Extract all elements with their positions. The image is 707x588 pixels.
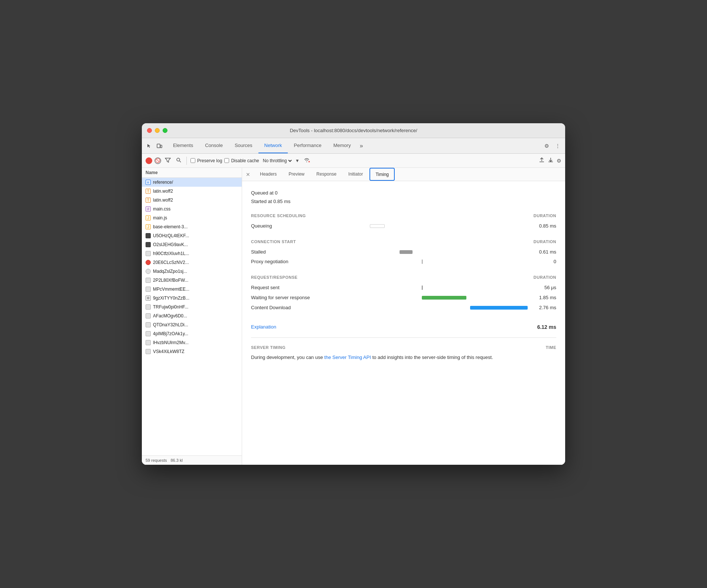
sidebar-item-afa[interactable]: AFacMOgv6D0... xyxy=(142,311,242,320)
sidebar-item-madq[interactable]: MadqZslZpo1sj... xyxy=(142,267,242,276)
devtools-body: Elements Console Sources Network Perform… xyxy=(142,138,565,465)
throttle-dropdown-icon[interactable]: ▼ xyxy=(295,158,300,163)
timing-row-download: Content Download 2.76 ms xyxy=(251,305,556,311)
download-bar-track xyxy=(325,306,527,310)
upload-icon[interactable] xyxy=(539,157,545,164)
close-button[interactable] xyxy=(147,128,152,133)
timing-meta: Queued at 0 Started at 0.85 ms xyxy=(251,189,556,206)
sidebar-item-2p2[interactable]: 2P2L80XfBoFW... xyxy=(142,276,242,285)
settings-file-icon: ⚙ xyxy=(146,295,151,301)
tab-preview[interactable]: Preview xyxy=(283,168,310,181)
proxy-bar-area xyxy=(325,259,527,265)
sidebar-item-9gz[interactable]: ⚙ 9gzXiTYY0nZzB... xyxy=(142,294,242,303)
server-timing-api-link[interactable]: the Server Timing API xyxy=(324,355,371,360)
sidebar-list: ≡ reference/ T latin.woff2 T latin.woff2… xyxy=(142,178,242,455)
tab-memory[interactable]: Memory xyxy=(328,138,357,153)
sidebar-item-qtd[interactable]: QTDnaY32hLDi... xyxy=(142,320,242,329)
search-icon[interactable] xyxy=(175,157,183,164)
sidebar-item-20e[interactable]: 20E6CLcSzNV2... xyxy=(142,258,242,267)
tab-response[interactable]: Response xyxy=(311,168,342,181)
other-icon xyxy=(146,349,151,354)
network-settings-icon[interactable]: ⚙ xyxy=(557,158,561,164)
tab-headers[interactable]: Headers xyxy=(255,168,282,181)
sidebar-item-vsk[interactable]: VSk4XiLkW8TZ xyxy=(142,347,242,356)
queueing-bar-track xyxy=(325,224,527,228)
devtools-window: DevTools - localhost:8080/docs/devtools/… xyxy=(142,123,565,465)
sidebar-item-latin2[interactable]: T latin.woff2 xyxy=(142,196,242,205)
tab-sources[interactable]: Sources xyxy=(229,138,258,153)
sidebar-item-name: 2P2L80XfBoFW... xyxy=(153,278,188,283)
device-toggle-icon[interactable] xyxy=(155,141,164,150)
sidebar-item-mainjs[interactable]: J main.js xyxy=(142,213,242,222)
stalled-bar-area xyxy=(325,249,527,255)
main-content: Name ≡ reference/ T latin.woff2 T latin.… xyxy=(142,168,565,465)
maximize-button[interactable] xyxy=(163,128,167,133)
more-tabs-button[interactable]: » xyxy=(357,138,366,153)
sidebar-item-img1[interactable]: U5OHzQL4tEKF... xyxy=(142,231,242,240)
record-button[interactable] xyxy=(146,157,152,164)
sidebar-item-name: QTDnaY32hLDi... xyxy=(153,322,188,327)
cursor-icon[interactable] xyxy=(145,141,154,150)
sidebar-item-latin1[interactable]: T latin.woff2 xyxy=(142,187,242,196)
timing-row-queueing: Queueing 0.85 ms xyxy=(251,223,556,229)
sidebar-item-name: 9gzXiTYY0nZzB... xyxy=(153,295,189,301)
sidebar-item-trf[interactable]: TRFujw0pi0nHF... xyxy=(142,303,242,311)
timing-footer: Explanation 6.12 ms xyxy=(251,321,556,330)
tab-elements[interactable]: Elements xyxy=(167,138,199,153)
tab-initiator[interactable]: Initiator xyxy=(343,168,368,181)
css-icon: # xyxy=(146,206,151,212)
tab-network[interactable]: Network xyxy=(258,138,288,153)
tab-performance[interactable]: Performance xyxy=(288,138,327,153)
request-count: 59 requests xyxy=(146,458,167,463)
download-bar-area xyxy=(325,305,527,311)
started-at: Started at 0.85 ms xyxy=(251,197,556,206)
tab-timing[interactable]: Timing xyxy=(369,168,395,181)
filter-icon[interactable] xyxy=(163,157,172,164)
sidebar-item-name: h90CtfziXluvh1L... xyxy=(153,251,189,256)
sidebar-item-css[interactable]: # main.css xyxy=(142,205,242,213)
sidebar-item-name: AFacMOgv6D0... xyxy=(153,313,187,318)
timing-row-proxy: Proxy negotiation 0 xyxy=(251,259,556,265)
more-options-icon[interactable]: ⋮ xyxy=(553,141,562,150)
minimize-button[interactable] xyxy=(155,128,160,133)
proxy-bar-track xyxy=(325,260,527,264)
sidebar-item-4pi[interactable]: 4pIMBj7zOAk1y... xyxy=(142,329,242,338)
queued-at: Queued at 0 xyxy=(251,189,556,197)
tab-console[interactable]: Console xyxy=(199,138,229,153)
wifi-icon[interactable] xyxy=(303,157,310,164)
other-icon xyxy=(146,340,151,345)
sidebar-footer: 59 requests 86.3 kl xyxy=(142,455,242,465)
download-icon[interactable] xyxy=(548,157,554,164)
resource-scheduling-header: Resource Scheduling DURATION xyxy=(251,213,556,219)
section-separator xyxy=(251,337,556,338)
sidebar-item-mpc[interactable]: MPcVmmemtEE... xyxy=(142,285,242,294)
sidebar-item-name: base-element-3... xyxy=(153,224,188,229)
js-icon: J xyxy=(146,215,151,220)
settings-icon[interactable]: ⚙ xyxy=(542,141,551,150)
connection-start-section: Connection Start DURATION Stalled 0.61 m… xyxy=(251,239,556,265)
sidebar-item-name: latin.woff2 xyxy=(153,197,173,203)
sidebar-item-reference[interactable]: ≡ reference/ xyxy=(142,178,242,187)
total-time: 6.12 ms xyxy=(537,324,556,330)
other-icon xyxy=(146,287,151,292)
sidebar-item-ihv[interactable]: lHvzbNUlrm2Mv... xyxy=(142,338,242,347)
sidebar-item-base[interactable]: J base-element-3... xyxy=(142,222,242,231)
sidebar-item-name: U5OHzQL4tEKF... xyxy=(153,233,189,238)
waiting-bar-track xyxy=(325,296,527,300)
explanation-link[interactable]: Explanation xyxy=(251,324,276,330)
sidebar-item-name: main.js xyxy=(153,215,167,220)
sidebar-item-name: 20E6CLcSzNV2... xyxy=(153,260,189,265)
sidebar-item-h90[interactable]: h90CtfziXluvh1L... xyxy=(142,249,242,258)
sidebar-item-img2[interactable]: O2slJEHG9avK... xyxy=(142,240,242,249)
sidebar-item-name: lHvzbNUlrm2Mv... xyxy=(153,340,189,345)
js-icon: J xyxy=(146,224,151,229)
preserve-log-checkbox[interactable]: Preserve log xyxy=(190,158,222,163)
request-response-section: Request/Response DURATION Request sent 5… xyxy=(251,275,556,311)
timing-content: Queued at 0 Started at 0.85 ms Resource … xyxy=(242,181,565,465)
close-panel-button[interactable]: ✕ xyxy=(246,172,250,177)
throttle-select[interactable]: No throttling xyxy=(261,158,293,164)
clear-button[interactable]: 🚫 xyxy=(154,157,161,164)
sidebar-item-name: 4pIMBj7zOAk1y... xyxy=(153,331,188,336)
disable-cache-checkbox[interactable]: Disable cache xyxy=(224,158,259,163)
timing-row-request: Request sent 56 μs xyxy=(251,285,556,291)
